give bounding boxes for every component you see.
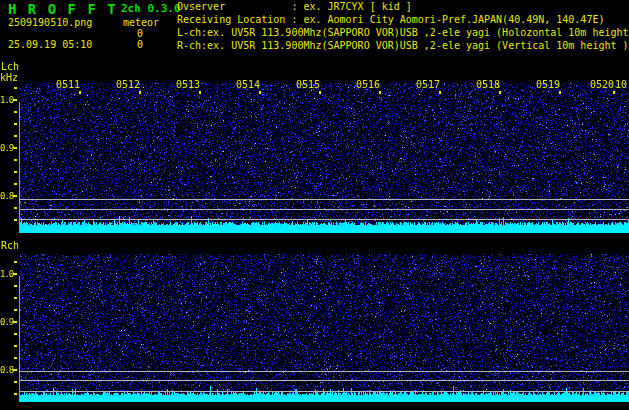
time-label: 0519	[536, 80, 560, 90]
time-label: 0515	[296, 80, 320, 90]
lch-freq-minor-tick	[14, 159, 17, 161]
lch-freq-label: 0.8	[0, 191, 13, 201]
rch-freq-major-tick	[13, 273, 17, 275]
rch-freq-minor-tick	[14, 309, 17, 311]
lch-echo-count: 0	[118, 28, 143, 39]
lch-reference-line-1	[19, 199, 629, 200]
rch-freq-minor-tick	[14, 261, 17, 263]
time-label: 0513	[176, 80, 200, 90]
time-tick	[319, 91, 321, 94]
time-tick	[379, 91, 381, 94]
rch-freq-label: 1.0	[0, 269, 13, 279]
lch-spectrogram-canvas	[20, 83, 629, 233]
datetime-label: 25.09.19 05:10	[8, 39, 92, 50]
lch-freq-minor-tick	[14, 135, 17, 137]
time-label: 0514	[236, 80, 260, 90]
rch-reference-line-3	[19, 391, 629, 392]
lch-freq-major-tick	[13, 195, 17, 197]
lch-freq-minor-tick	[14, 207, 17, 209]
app-title: H R O F F T	[8, 1, 117, 17]
freq-unit-label: kHz	[0, 72, 18, 83]
lch-reference-line-2	[19, 209, 629, 210]
lch-freq-label: 0.9	[0, 143, 13, 153]
time-tick	[259, 91, 261, 94]
rch-echo-count: 0	[118, 39, 143, 50]
station-info-line: L-ch:ex. UV5R 113.900Mhz(SAPPORO VOR)USB…	[177, 27, 629, 38]
lch-freq-minor-tick	[14, 87, 17, 89]
lch-freq-minor-tick	[14, 183, 17, 185]
lch-freq-major-tick	[13, 99, 17, 101]
rch-freq-label: 0.9	[0, 317, 13, 327]
station-info-line: Receiving Location : ex. Aomori City Aom…	[177, 14, 604, 25]
time-tick	[499, 91, 501, 94]
mode-label: meteor	[123, 17, 159, 28]
output-filename: 2509190510.png	[8, 17, 92, 28]
lch-axis-line	[19, 102, 20, 233]
station-info-line: Ovserver : ex. JR7CYX [ kid ]	[177, 1, 412, 12]
time-label: 0511	[56, 80, 80, 90]
time-tick	[199, 91, 201, 94]
time-tick	[139, 91, 141, 94]
time-tick	[559, 91, 561, 94]
lch-freq-label: 1.0	[0, 95, 13, 105]
lch-freq-major-tick	[13, 147, 17, 149]
rch-freq-minor-tick	[14, 297, 17, 299]
app-version: 2ch 0.3.0	[121, 2, 181, 15]
time-tick	[439, 91, 441, 94]
partial-time-label: 10	[615, 80, 627, 90]
rch-freq-minor-tick	[14, 345, 17, 347]
lch-axis-label: Lch	[1, 61, 19, 72]
rch-freq-minor-tick	[14, 357, 17, 359]
rch-freq-minor-tick	[14, 393, 17, 395]
rch-axis-label: Rch	[1, 240, 19, 251]
rch-axis-line	[19, 276, 20, 402]
time-label: 0520	[590, 80, 614, 90]
time-tick	[613, 91, 615, 94]
lch-freq-minor-tick	[14, 171, 17, 173]
time-label: 0516	[356, 80, 380, 90]
rch-freq-minor-tick	[14, 285, 17, 287]
time-label: 0518	[476, 80, 500, 90]
time-tick	[79, 91, 81, 94]
lch-freq-minor-tick	[14, 111, 17, 113]
rch-freq-major-tick	[13, 321, 17, 323]
lch-freq-minor-tick	[14, 219, 17, 221]
hrofft-screen: H R O F F T 2ch 0.3.0 2509190510.png met…	[0, 0, 629, 410]
time-label: 0517	[416, 80, 440, 90]
lch-freq-minor-tick	[14, 123, 17, 125]
lch-reference-line-3	[19, 219, 629, 220]
rch-reference-line-2	[19, 380, 629, 381]
rch-reference-line-1	[19, 371, 629, 372]
rch-freq-major-tick	[13, 369, 17, 371]
rch-freq-minor-tick	[14, 381, 17, 383]
rch-freq-label: 0.8	[0, 365, 13, 375]
time-label: 0512	[116, 80, 140, 90]
station-info-line: R-ch:ex. UV5R 113.900Mhz(SAPPORO VOR)USB…	[177, 40, 629, 51]
rch-freq-minor-tick	[14, 333, 17, 335]
